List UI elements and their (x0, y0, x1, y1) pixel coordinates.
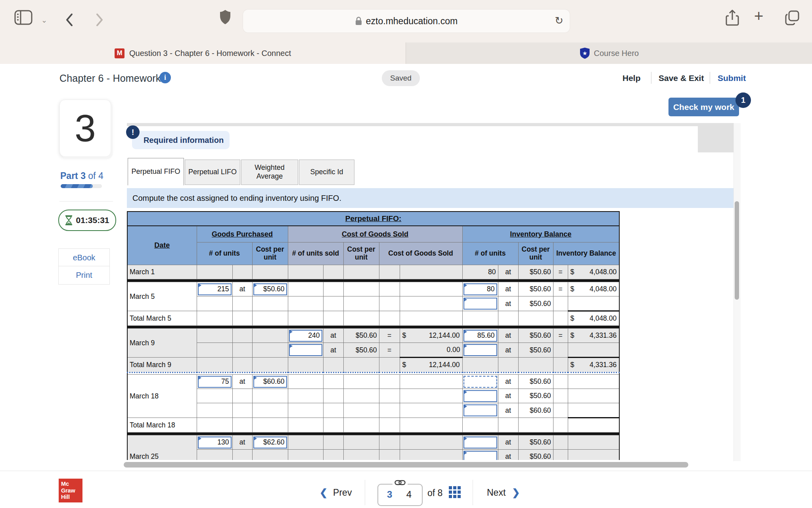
active-cell-input[interactable] (463, 376, 497, 388)
table-cell (379, 450, 400, 460)
info-icon[interactable]: i (159, 72, 171, 83)
subheader: Cost of Goods Sold (379, 242, 462, 265)
horizontal-scrollbar[interactable] (124, 462, 688, 468)
table-cell (288, 282, 323, 296)
tab-overview-icon[interactable] (784, 10, 800, 27)
input-cell[interactable] (462, 403, 498, 418)
input-cell[interactable]: 85.60 (462, 329, 498, 343)
submit-link[interactable]: Submit (718, 73, 746, 83)
date-cell: March 5 (127, 282, 197, 311)
value-input[interactable]: 85.60 (463, 330, 497, 342)
value-input[interactable] (463, 344, 497, 356)
input-cell[interactable] (462, 296, 498, 311)
input-cell[interactable]: $60.60 (252, 375, 288, 389)
next-button[interactable]: Next ❯ (487, 487, 520, 498)
tab-specific-id[interactable]: Specific Id (299, 160, 354, 185)
table-cell (400, 265, 462, 279)
prev-chevron-icon: ❮ (320, 487, 327, 498)
tab-connect[interactable]: M Question 3 - Chapter 6 - Homework - Co… (0, 42, 406, 64)
table-cell (323, 311, 343, 326)
save-exit-link[interactable]: Save & Exit (659, 73, 704, 83)
table-row: at$60.60 (127, 403, 619, 418)
total-label: Total March 9 (127, 358, 197, 373)
question-jump-field[interactable]: 4 (406, 489, 412, 500)
question-map-icon[interactable] (449, 486, 461, 498)
input-cell[interactable]: 240 (288, 329, 323, 343)
vertical-scrollbar-thumb[interactable] (735, 201, 739, 300)
table-cell (553, 296, 568, 311)
forward-icon[interactable] (95, 12, 104, 28)
tab-course-hero[interactable]: ★ Course Hero (406, 42, 812, 64)
tab-weighted-average[interactable]: Weighted Average (241, 160, 298, 185)
table-cell (568, 389, 619, 403)
back-icon[interactable] (65, 12, 74, 28)
value-input[interactable]: 130 (198, 437, 232, 448)
tab-perpetual-lifo[interactable]: Perpetual LIFO (185, 160, 240, 185)
reload-icon[interactable]: ↻ (555, 15, 563, 27)
sidebar-toggle-icon[interactable] (14, 10, 33, 25)
input-cell[interactable]: 80 (462, 282, 498, 296)
table-cell (288, 418, 323, 433)
table-cell (379, 358, 400, 373)
value-input[interactable]: $62.60 (253, 437, 287, 448)
value-input[interactable] (463, 390, 497, 402)
active-input-cell[interactable] (462, 375, 498, 389)
table-cell (252, 265, 288, 279)
value-input[interactable]: 80 (463, 283, 497, 295)
tab-perpetual-fifo[interactable]: Perpetual FIFO (128, 158, 184, 185)
table-cell: = (553, 282, 568, 296)
address-bar[interactable]: ezto.mheducation.com ↻ (243, 10, 570, 33)
check-my-work-button[interactable]: Check my work (668, 98, 739, 116)
input-cell[interactable] (288, 343, 323, 358)
chevron-down-icon[interactable]: ⌄ (41, 16, 47, 25)
table-cell (379, 311, 400, 326)
print-button[interactable]: Print (58, 266, 110, 285)
table-cell (232, 329, 252, 343)
subheader: # of units (197, 242, 252, 265)
table-cell (379, 389, 400, 403)
value-input[interactable]: 240 (289, 330, 322, 342)
table-cell: $50.60 (518, 389, 553, 403)
table-row: March 180at$50.60=$4,048.00 (127, 265, 619, 279)
table-cell (518, 311, 553, 326)
table-cell (518, 358, 553, 373)
table-cell: at (498, 343, 518, 358)
table-cell: $50.60 (518, 375, 553, 389)
input-cell[interactable] (462, 450, 498, 460)
value-input[interactable]: $50.60 (253, 283, 287, 295)
input-cell[interactable]: 215 (197, 282, 232, 296)
table-cell (568, 450, 619, 460)
ebook-button[interactable]: eBook (58, 248, 110, 267)
privacy-shield-icon[interactable] (220, 10, 231, 26)
required-information-badge: Required information (132, 131, 230, 149)
course-hero-icon: ★ (580, 47, 590, 59)
input-cell[interactable]: $62.60 (252, 435, 288, 450)
table-cell (197, 389, 232, 403)
input-cell[interactable]: 75 (197, 375, 232, 389)
input-cell[interactable] (462, 435, 498, 450)
input-cell[interactable] (462, 343, 498, 358)
part-progress-label: Part 3 of 4 (60, 171, 103, 181)
value-input[interactable] (289, 344, 322, 356)
value-input[interactable] (463, 451, 497, 460)
prev-button[interactable]: ❮ Prev (320, 487, 352, 498)
value-input[interactable] (463, 437, 497, 448)
input-cell[interactable]: 130 (197, 435, 232, 450)
value-input[interactable]: 215 (198, 283, 232, 295)
table-cell (400, 311, 462, 326)
question-nav-footer: McGrawHill ❮ Prev 3 4 of 8 Next ❯ (0, 471, 812, 508)
table-cell (553, 358, 568, 373)
value-input[interactable]: $60.60 (253, 376, 287, 388)
new-tab-icon[interactable]: + (754, 7, 763, 25)
value-input[interactable]: 75 (198, 376, 232, 388)
share-icon[interactable] (726, 10, 739, 27)
value-input[interactable] (463, 404, 497, 416)
input-cell[interactable] (462, 389, 498, 403)
table-cell (553, 343, 568, 358)
question-page-box[interactable]: 3 4 (377, 484, 423, 506)
help-link[interactable]: Help (622, 73, 641, 83)
value-input[interactable] (463, 298, 497, 310)
table-cell (568, 343, 619, 358)
input-cell[interactable]: $50.60 (252, 282, 288, 296)
table-cell: = (553, 265, 568, 279)
